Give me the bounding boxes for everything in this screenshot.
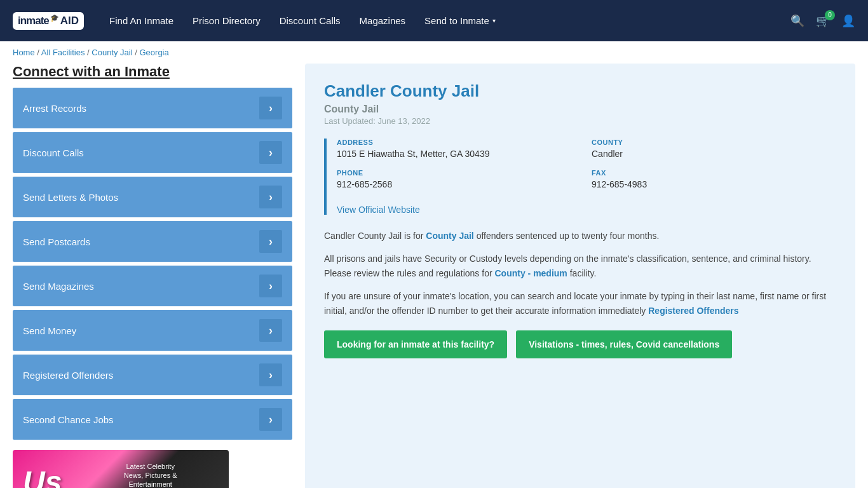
sidebar-item-send-postcards[interactable]: Send Postcards › (13, 221, 292, 262)
sidebar-item-send-money[interactable]: Send Money › (13, 310, 292, 351)
sidebar-item-label: Registered Offenders (23, 370, 113, 381)
chevron-right-icon: › (259, 363, 282, 386)
nav-icons: 🔍 🛒 0 👤 (790, 14, 855, 28)
fax-value: 912-685-4983 (592, 179, 836, 189)
fax-label: FAX (592, 169, 836, 177)
chevron-right-icon: › (259, 186, 282, 208)
nav-discount-calls[interactable]: Discount Calls (280, 15, 341, 26)
send-dropdown-icon: ▾ (492, 17, 496, 24)
nav-prison-directory[interactable]: Prison Directory (193, 15, 261, 26)
logo-hat-icon: 🎓 (50, 14, 59, 22)
facility-desc-2: All prisons and jails have Security or C… (324, 252, 836, 280)
sidebar-item-label: Send Money (23, 325, 76, 336)
chevron-right-icon: › (259, 230, 282, 253)
search-button[interactable]: 🔍 (790, 14, 804, 28)
chevron-right-icon: › (259, 141, 282, 164)
registered-offenders-link[interactable]: Registered Offenders (648, 306, 738, 316)
chevron-right-icon: › (259, 274, 282, 297)
phone-block: PHONE 912-685-2568 (337, 169, 581, 189)
breadcrumb-home[interactable]: Home (13, 48, 35, 57)
breadcrumb: Home / All Facilities / County Jail / Ge… (0, 41, 868, 64)
sidebar-title: Connect with an Inmate (13, 64, 292, 80)
chevron-right-icon: › (259, 319, 282, 342)
nav-send-to-inmate[interactable]: Send to Inmate (424, 15, 489, 26)
county-label: COUNTY (592, 139, 836, 146)
address-block: ADDRESS 1015 E Hiawatha St, Metter, GA 3… (337, 139, 581, 159)
sidebar-item-label: Send Postcards (23, 236, 90, 247)
sidebar-item-label: Send Letters & Photos (23, 192, 118, 203)
nav-magazines[interactable]: Magazines (360, 15, 406, 26)
navigation: inmate 🎓 AID Find An Inmate Prison Direc… (0, 0, 868, 41)
facility-last-updated: Last Updated: June 13, 2022 (324, 116, 836, 126)
cart-button[interactable]: 🛒 0 (816, 14, 830, 28)
chevron-right-icon: › (259, 97, 282, 119)
breadcrumb-all-facilities[interactable]: All Facilities (41, 48, 85, 57)
phone-value: 912-685-2568 (337, 179, 581, 189)
sidebar-item-label: Discount Calls (23, 147, 84, 158)
logo-aid-text: AID (60, 15, 79, 27)
sidebar-item-discount-calls[interactable]: Discount Calls › (13, 132, 292, 173)
find-inmate-button[interactable]: Looking for an inmate at this facility? (324, 330, 507, 358)
ad-text: Latest Celebrity News, Pictures & Entert… (72, 461, 229, 489)
cart-badge: 0 (825, 10, 835, 20)
ad-logo: Us (13, 458, 72, 489)
breadcrumb-state[interactable]: Georgia (139, 48, 168, 57)
sidebar-item-arrest-records[interactable]: Arrest Records › (13, 88, 292, 128)
facility-name: Candler County Jail (324, 81, 836, 101)
facility-card: Candler County Jail County Jail Last Upd… (305, 64, 855, 488)
main-content: Connect with an Inmate Arrest Records › … (0, 64, 868, 488)
sidebar-item-label: Arrest Records (23, 103, 86, 114)
county-medium-link[interactable]: County - medium (494, 268, 567, 278)
county-value: Candler (592, 149, 836, 159)
facility-desc-1: Candler County Jail is for County Jail o… (324, 229, 836, 243)
county-jail-link-1[interactable]: County Jail (426, 231, 473, 241)
phone-label: PHONE (337, 169, 581, 177)
address-value: 1015 E Hiawatha St, Metter, GA 30439 (337, 149, 581, 159)
sidebar-item-second-chance-jobs[interactable]: Second Chance Jobs › (13, 399, 292, 440)
visitations-button[interactable]: Visitations - times, rules, Covid cancel… (516, 330, 732, 358)
facility-info-grid: ADDRESS 1015 E Hiawatha St, Metter, GA 3… (324, 139, 836, 215)
breadcrumb-county-jail[interactable]: County Jail (92, 48, 132, 57)
nav-links: Find An Inmate Prison Directory Discount… (109, 15, 778, 26)
facility-desc-3: If you are unsure of your inmate's locat… (324, 289, 836, 318)
logo-text: inmate (18, 15, 49, 27)
chevron-right-icon: › (259, 408, 282, 431)
sidebar-item-label: Second Chance Jobs (23, 414, 114, 425)
sidebar-item-label: Send Magazines (23, 281, 94, 292)
user-button[interactable]: 👤 (841, 14, 855, 28)
nav-find-inmate[interactable]: Find An Inmate (109, 15, 173, 26)
sidebar-item-send-letters-photos[interactable]: Send Letters & Photos › (13, 177, 292, 217)
logo[interactable]: inmate 🎓 AID (13, 12, 84, 30)
official-website-link[interactable]: View Official Website (337, 205, 836, 215)
fax-block: FAX 912-685-4983 (592, 169, 836, 189)
facility-type: County Jail (324, 104, 836, 115)
advertisement-banner[interactable]: Us Latest Celebrity News, Pictures & Ent… (13, 450, 229, 488)
sidebar-item-registered-offenders[interactable]: Registered Offenders › (13, 355, 292, 395)
address-label: ADDRESS (337, 139, 581, 146)
sidebar: Connect with an Inmate Arrest Records › … (13, 64, 292, 488)
sidebar-item-send-magazines[interactable]: Send Magazines › (13, 266, 292, 306)
action-buttons: Looking for an inmate at this facility? … (324, 330, 836, 358)
sidebar-menu: Arrest Records › Discount Calls › Send L… (13, 88, 292, 440)
county-block: COUNTY Candler (592, 139, 836, 159)
